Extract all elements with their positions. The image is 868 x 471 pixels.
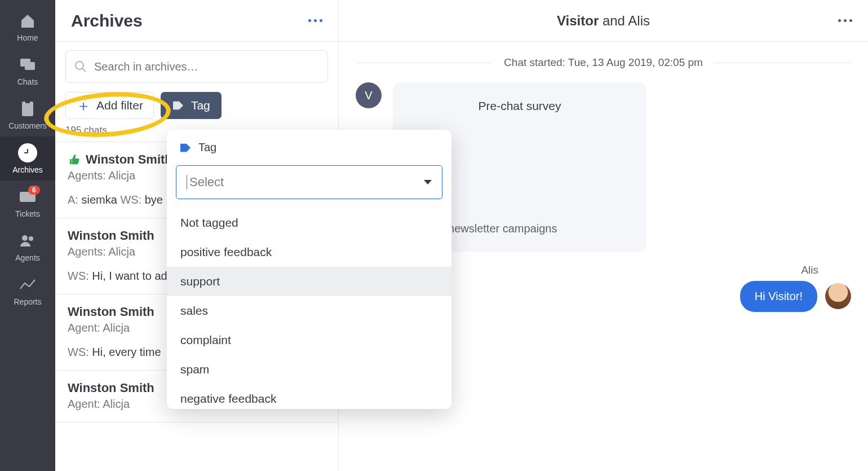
dropdown-title: Tag [198,141,216,154]
add-filter-label: Add filter [96,99,143,112]
visitor-avatar: V [356,82,382,108]
filter-chip-label: Tag [191,99,210,112]
nav-archives[interactable]: Archives [0,137,55,181]
list-item-name: Winston Smith [68,381,154,395]
search-input[interactable] [94,60,320,73]
chats-icon [0,56,55,74]
customers-icon [0,100,55,118]
tag-options-list: Not tagged positive feedback support sal… [167,205,451,408]
tag-option[interactable]: support [167,267,451,296]
svg-point-5 [22,235,28,241]
tag-option[interactable]: spam [167,355,451,384]
chevron-down-icon [424,180,432,184]
nav-chats[interactable]: Chats [0,49,55,93]
nav-agents[interactable]: Agents [0,225,55,268]
tickets-icon [0,188,55,206]
nav-label: Reports [0,297,55,306]
select-placeholder: Select [187,175,224,190]
chat-more-icon[interactable] [835,16,856,25]
nav-label: Tickets [0,209,55,218]
tag-icon [179,143,192,153]
archives-icon [0,144,55,162]
nav-label: Archives [0,165,55,174]
nav-label: Agents [0,253,55,262]
svg-point-6 [29,236,33,241]
survey-title: Pre-chat survey [409,95,631,117]
search-input-wrap[interactable] [65,50,328,83]
tag-option[interactable]: positive feedback [167,237,451,267]
tag-option[interactable]: Not tagged [167,208,451,237]
svg-rect-3 [25,100,30,103]
nav-label: Chats [0,77,55,86]
list-item-name: Winston Smith [86,152,172,167]
list-item-name: Winston Smith [68,228,154,243]
agent-avatar [825,283,851,309]
thumbs-up-icon [68,154,80,165]
nav-label: Home [0,33,55,42]
chat-started-divider: Chat started: Tue, 13 Aug 2019, 02:05 pm [339,42,868,80]
add-filter-button[interactable]: ＋ Add filter [65,92,154,119]
svg-rect-2 [22,102,33,116]
svg-point-7 [76,61,83,69]
home-icon [0,12,55,30]
nav-home[interactable]: Home [0,5,55,49]
nav-customers[interactable]: Customers [0,93,55,137]
nav-reports[interactable]: Reports [0,268,55,312]
list-item-name: Winston Smith [68,305,154,319]
tag-icon [172,100,184,111]
archives-more-icon[interactable] [305,16,326,25]
nav-label: Customers [0,121,55,130]
chat-title: Visitor and Alis [557,13,650,29]
nav-tickets[interactable]: 6 Tickets [0,181,55,225]
reports-icon [0,276,55,294]
svg-rect-1 [25,62,35,70]
svg-line-8 [82,68,86,72]
tag-select-input[interactable]: Select [176,165,442,199]
tickets-badge: 6 [28,186,40,195]
tag-option[interactable]: complaint [167,325,451,355]
nav-rail: Home Chats Customers Archives [0,0,55,471]
plus-icon: ＋ [76,98,91,113]
search-icon [74,60,87,73]
reply-bubble: Hi Visitor! [740,281,817,312]
agents-icon [0,232,55,250]
tag-filter-dropdown: Tag Select Not tagged positive feedback … [167,130,451,409]
filter-chip-tag[interactable]: Tag [161,92,222,119]
reply-sender: Alis [801,264,818,276]
archives-title: Archives [71,11,143,30]
tag-option[interactable]: sales [167,296,451,325]
tag-option[interactable]: negative feedback [167,384,451,408]
